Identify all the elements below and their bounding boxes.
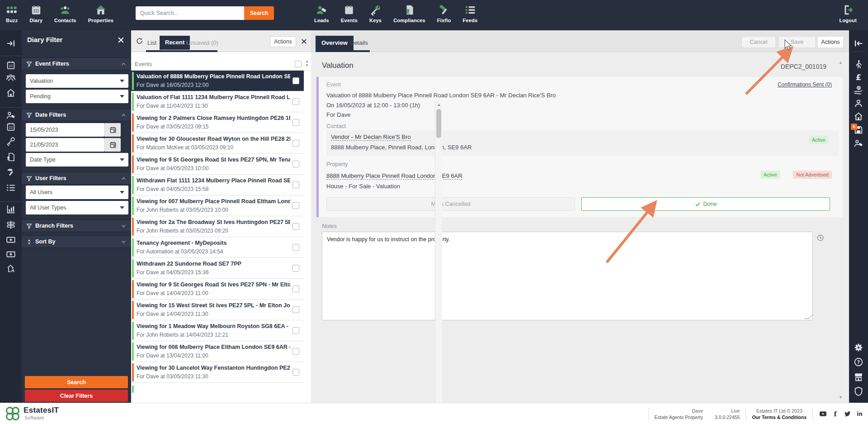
help-icon[interactable]: ?	[854, 357, 863, 367]
security-shield-icon[interactable]	[854, 386, 863, 396]
events-icon[interactable]	[6, 122, 16, 132]
nav-item-fixflo[interactable]: Fixflo	[431, 4, 457, 23]
users-select[interactable]: All Users	[26, 186, 128, 199]
event-checkbox[interactable]	[292, 223, 299, 230]
tab-overview[interactable]: Overview	[316, 36, 354, 51]
fixflo-icon[interactable]	[6, 167, 16, 177]
detail-actions-button[interactable]: Actions	[817, 36, 844, 48]
event-checkbox[interactable]	[292, 306, 299, 313]
twitter-icon[interactable]	[844, 410, 851, 418]
list-item[interactable]: Withdrawn Flat 1111 1234 Mulberry Place …	[131, 175, 304, 195]
tab-details[interactable]: Details	[350, 39, 368, 46]
event-checkbox[interactable]	[292, 140, 299, 147]
section-date-filters[interactable]: Date Filters	[22, 109, 131, 121]
event-type-select[interactable]: Valuation	[26, 74, 128, 88]
event-checkbox[interactable]	[292, 77, 299, 84]
save-button[interactable]: Save	[778, 36, 816, 48]
lead-contact-icon[interactable]	[854, 138, 863, 148]
mark-cancelled-button[interactable]: Mark Cancelled	[326, 197, 575, 211]
nav-item-keys[interactable]: Keys	[363, 4, 387, 23]
settings-gear-icon[interactable]	[854, 343, 863, 353]
contacts-icon[interactable]	[6, 73, 16, 83]
list-item[interactable]: Valuation of 8888 Mulberry Place Pinnell…	[131, 71, 304, 91]
expand-panel-icon[interactable]	[6, 38, 16, 48]
list-item[interactable]: Viewing for 30 Gloucester Road Wyton on …	[131, 133, 304, 154]
header-sort-arrows[interactable]: ▲▼	[305, 59, 309, 67]
feeds-icon[interactable]	[6, 183, 16, 193]
user-types-select[interactable]: All User Types	[26, 201, 128, 214]
list-item[interactable]: Viewing for 30 Lancelot Way Fenstanton H…	[131, 362, 304, 383]
contact-icon[interactable]	[854, 98, 863, 108]
list-item[interactable]: Viewing for 007 Mulberry Place Pinnell R…	[131, 195, 304, 216]
reports-icon[interactable]	[6, 204, 16, 214]
date-to-input[interactable]: 21/05/2023	[26, 138, 104, 152]
done-button[interactable]: Done	[581, 197, 830, 211]
offers-icon[interactable]: $	[854, 85, 863, 95]
terms-link[interactable]: Our Terms & Conditions	[752, 414, 807, 420]
lettings-icon[interactable]	[6, 249, 16, 259]
date-to-calendar-button[interactable]	[104, 138, 121, 152]
close-list-icon[interactable]	[301, 38, 307, 45]
event-checkbox[interactable]	[292, 327, 299, 334]
nav-item-logout[interactable]: Logout	[834, 4, 863, 23]
compliances-icon[interactable]	[6, 152, 16, 162]
list-item[interactable]: Viewing for 15 West Street St Ives PE27 …	[131, 300, 304, 320]
facebook-icon[interactable]: f	[831, 410, 839, 418]
list-item[interactable]: Viewing for 9 St Georges Road St Ives PE…	[131, 154, 304, 175]
confirmations-link[interactable]: Confirmations Sent (0)	[778, 81, 832, 88]
scroll-up-arrow[interactable]: ▲	[437, 102, 441, 107]
event-checkbox[interactable]	[292, 244, 299, 251]
date-type-select[interactable]: Date Type	[26, 153, 128, 167]
list-item[interactable]: Viewing for 008 Mulberry Place Eltham Lo…	[131, 341, 304, 362]
nav-item-properties[interactable]: Properties	[82, 4, 119, 23]
tab-recent[interactable]: Recent	[160, 36, 190, 50]
list-item[interactable]: Viewing for 2a The Broadway St Ives Hunt…	[131, 216, 304, 237]
cancel-button[interactable]: Cancel	[741, 36, 776, 48]
list-item[interactable]: Viewing for 1 Meadow Way Melbourn Roysto…	[131, 320, 304, 341]
list-item[interactable]: Viewing for 9 St Georges Road St Ives PE…	[131, 279, 304, 300]
search-button[interactable]: Search	[244, 6, 274, 20]
nav-item-feeds[interactable]: Feeds	[457, 4, 483, 23]
scrollbar-thumb[interactable]	[436, 109, 441, 138]
list-actions-button[interactable]: Actions	[270, 36, 296, 47]
collapse-panel-icon[interactable]	[854, 38, 863, 48]
panel-scroll-down-arrow[interactable]: ▼	[839, 395, 843, 400]
list-item[interactable]: Withdrawn 22 Sundorne Road SE7 7PP For D…	[131, 258, 304, 279]
date-from-calendar-button[interactable]	[104, 123, 121, 137]
select-all-checkbox[interactable]	[295, 61, 302, 67]
clear-filters-button[interactable]: Clear Filters	[25, 390, 128, 402]
close-filter-icon[interactable]	[117, 36, 125, 44]
linkedin-icon[interactable]: in	[856, 410, 863, 418]
nav-item-buzz[interactable]: Buzz	[0, 4, 24, 23]
event-checkbox[interactable]	[292, 161, 299, 167]
nav-item-leads[interactable]: Leads	[308, 4, 335, 23]
event-checkbox[interactable]	[292, 98, 299, 105]
tab-unsaved[interactable]: Unsaved (0)	[186, 39, 218, 46]
refresh-icon[interactable]	[136, 37, 143, 45]
section-event-filters[interactable]: Event Filters	[22, 57, 131, 70]
event-checkbox[interactable]	[292, 286, 299, 292]
list-item[interactable]: Valuation of Flat 1111 1234 Mulberry Pla…	[131, 91, 304, 112]
event-checkbox[interactable]	[292, 119, 299, 126]
pound-icon[interactable]: £	[854, 72, 863, 82]
move-out-icon[interactable]	[6, 263, 16, 273]
property-icon[interactable]	[854, 111, 863, 121]
quick-search-input[interactable]	[136, 6, 244, 20]
date-from-input[interactable]: 15/05/2023	[26, 123, 104, 137]
list-item[interactable]: Viewing for 2 Palmers Close Ramsey Hunti…	[131, 112, 304, 133]
panel-scroll-up-arrow[interactable]: ▲	[839, 60, 843, 65]
tab-list[interactable]: List	[147, 39, 156, 46]
event-checkbox[interactable]	[292, 369, 299, 376]
applicant-walk-icon[interactable]	[854, 59, 863, 69]
section-user-filters[interactable]: User Filters	[22, 172, 131, 185]
list-item[interactable]: Tenancy Agreement - MyDeposits For Autom…	[131, 237, 304, 258]
contact-link[interactable]: Vendor - Mr Declan Rice'S Bro	[331, 133, 411, 141]
event-checkbox[interactable]	[292, 202, 299, 209]
terminal-icon[interactable]	[854, 372, 863, 382]
nav-item-contacts[interactable]: Contacts	[48, 4, 82, 23]
nav-item-diary[interactable]: Diary	[24, 4, 48, 23]
leads-icon[interactable]	[6, 110, 16, 120]
properties-icon[interactable]	[6, 88, 16, 98]
youtube-icon[interactable]	[819, 410, 827, 418]
notes-textarea[interactable]: Vendor is happy for us to instruct on th…	[322, 232, 813, 320]
